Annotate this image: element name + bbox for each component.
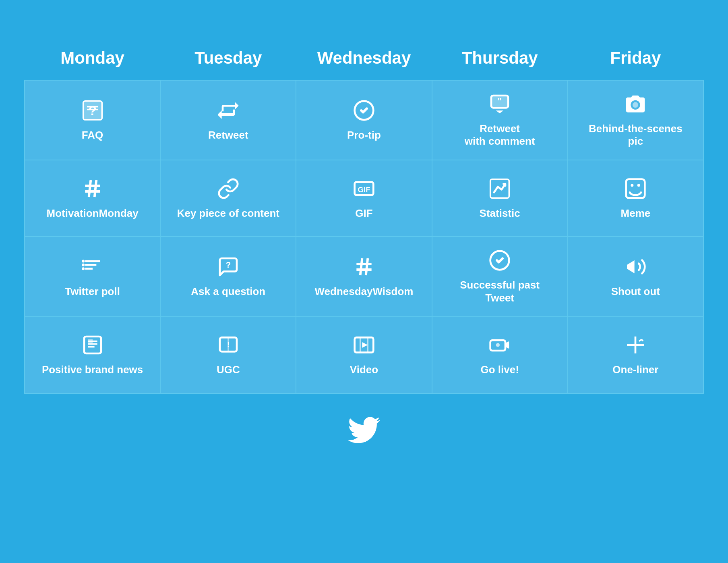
svg-marker-32	[627, 260, 635, 274]
cell-1-0: MotivationMonday	[25, 160, 160, 237]
column-header-wednesday: Wednesday	[296, 40, 432, 80]
statistic-icon	[488, 177, 511, 203]
svg-point-25	[82, 267, 85, 270]
table-row-2: Twitter poll?Ask a questionWednesdayWisd…	[25, 237, 703, 316]
svg-line-29	[360, 258, 362, 275]
cell-label-1-1: Key piece of content	[177, 207, 279, 220]
cell-3-1: !UGC	[160, 317, 296, 393]
cell-2-3: Successful past Tweet	[432, 237, 568, 316]
live-icon	[488, 334, 511, 359]
retweet-comment-icon: "	[488, 93, 511, 118]
svg-line-13	[94, 180, 96, 197]
retweet-icon	[217, 99, 240, 125]
cell-3-2: Video	[296, 317, 432, 393]
cell-label-3-0: Positive brand news	[42, 364, 143, 376]
cell-1-4: Meme	[568, 160, 703, 237]
cell-label-0-3: Retweet with comment	[465, 123, 535, 148]
cell-label-2-4: Shout out	[611, 285, 660, 298]
hashtag-icon	[81, 177, 104, 203]
link-icon	[217, 177, 240, 203]
cell-label-2-2: WednesdayWisdom	[315, 285, 414, 298]
video-icon	[353, 334, 375, 359]
cell-label-2-3: Successful past Tweet	[460, 279, 540, 304]
svg-point-24	[82, 264, 85, 266]
svg-text:?: ?	[225, 260, 231, 269]
table-row-0: ?FAQRetweetPro-tip"Retweet with commentB…	[25, 80, 703, 160]
svg-rect-37	[88, 339, 93, 343]
svg-line-30	[366, 258, 368, 275]
svg-rect-33	[84, 337, 101, 353]
column-header-friday: Friday	[568, 40, 703, 80]
cell-1-2: GIFGIF	[296, 160, 432, 237]
cell-label-0-1: Retweet	[208, 129, 248, 141]
oneliner-icon	[624, 334, 647, 359]
cell-3-0: Positive brand news	[25, 317, 160, 393]
svg-line-12	[89, 180, 91, 197]
gif-icon: GIF	[353, 177, 375, 203]
protip-icon	[353, 99, 375, 125]
table-row-3: Positive brand news!UGCVideoGo live!One-…	[25, 317, 703, 393]
cell-2-0: Twitter poll	[25, 237, 160, 316]
cell-2-4: Shout out	[568, 237, 703, 316]
column-header-monday: Monday	[25, 40, 160, 80]
poll-icon	[81, 256, 104, 281]
cell-label-0-0: FAQ	[82, 129, 103, 141]
column-header-thursday: Thursday	[432, 40, 568, 80]
cell-label-3-2: Video	[350, 364, 378, 376]
cell-label-0-2: Pro-tip	[347, 129, 381, 141]
cell-3-3: Go live!	[432, 317, 568, 393]
cell-0-4: Behind-the-scenes pic	[568, 80, 703, 160]
svg-point-19	[637, 184, 640, 187]
svg-text:GIF: GIF	[358, 185, 370, 194]
cell-label-3-4: One-liner	[612, 364, 658, 376]
cell-1-1: Key piece of content	[160, 160, 296, 237]
cell-1-3: Statistic	[432, 160, 568, 237]
twitter-footer-icon	[348, 414, 380, 448]
hashtag2-icon	[353, 256, 375, 281]
cell-0-1: Retweet	[160, 80, 296, 160]
ugc-icon: !	[217, 334, 240, 359]
svg-text:!: !	[227, 340, 230, 349]
svg-point-23	[82, 260, 85, 262]
cell-label-1-0: MotivationMonday	[46, 207, 138, 220]
cell-label-2-1: Ask a question	[191, 285, 265, 298]
cell-0-0: ?FAQ	[25, 80, 160, 160]
cell-label-1-2: GIF	[355, 207, 372, 220]
cell-0-3: "Retweet with comment	[432, 80, 568, 160]
cell-label-0-4: Behind-the-scenes pic	[589, 123, 682, 148]
svg-point-47	[496, 343, 500, 347]
svg-point-18	[631, 184, 634, 187]
svg-point-9	[633, 102, 638, 108]
faq-icon: ?	[81, 99, 104, 125]
cell-label-1-3: Statistic	[480, 207, 520, 220]
svg-marker-44	[362, 342, 368, 348]
cell-2-1: ?Ask a question	[160, 237, 296, 316]
news-icon	[81, 334, 104, 359]
table-row-1: MotivationMondayKey piece of contentGIFG…	[25, 160, 703, 237]
cell-label-3-1: UGC	[217, 364, 240, 376]
question-icon: ?	[217, 256, 240, 281]
svg-text:": "	[498, 96, 502, 107]
cell-0-2: Pro-tip	[296, 80, 432, 160]
cell-3-4: One-liner	[568, 317, 703, 393]
check-icon	[488, 249, 511, 275]
cell-label-1-4: Meme	[621, 207, 651, 220]
column-header-tuesday: Tuesday	[160, 40, 296, 80]
shoutout-icon	[624, 256, 647, 281]
cell-label-3-3: Go live!	[480, 364, 519, 376]
meme-icon	[624, 177, 647, 203]
camera-icon	[624, 93, 647, 118]
svg-text:?: ?	[89, 103, 97, 118]
calendar-table: MondayTuesdayWednesdayThursdayFriday ?FA…	[24, 40, 704, 394]
cell-label-2-0: Twitter poll	[65, 285, 120, 298]
cell-2-2: WednesdayWisdom	[296, 237, 432, 316]
